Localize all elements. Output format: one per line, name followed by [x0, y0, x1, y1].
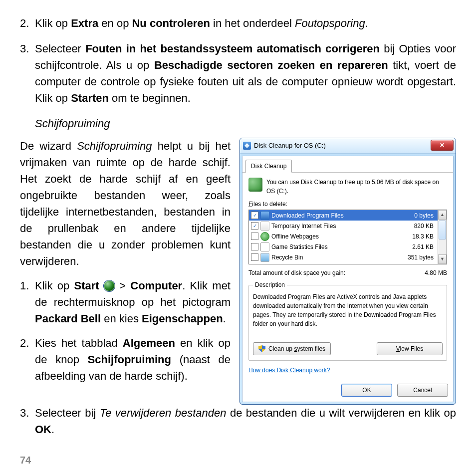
file-checkbox[interactable] [251, 233, 258, 240]
tab-disk-cleanup[interactable]: Disk Cleanup [245, 160, 292, 173]
file-checkbox[interactable] [251, 243, 258, 250]
cleanup-icon [248, 178, 262, 192]
scroll-thumb[interactable] [439, 221, 446, 239]
window-title: Disk Cleanup for OS (C:) [254, 141, 326, 151]
view-files-button[interactable]: View Files [377, 342, 443, 355]
file-type-icon [260, 242, 269, 251]
close-button[interactable]: ✕ [431, 140, 454, 151]
file-type-icon [260, 232, 269, 241]
file-size: 0 bytes [399, 211, 436, 220]
description-group: Description Downloaded Program Files are… [248, 280, 447, 361]
total-label: Total amount of disk space you gain: [248, 268, 425, 277]
file-row[interactable]: Temporary Internet Files820 KB [249, 221, 438, 231]
start-orb-icon [104, 280, 115, 291]
file-row[interactable]: Game Statistics Files2.61 KB [249, 241, 438, 252]
scroll-down-button[interactable]: ▼ [438, 254, 447, 264]
ok-button[interactable]: OK [341, 384, 392, 397]
files-to-delete-label: Files to delete: [248, 200, 447, 209]
file-size: 820 KB [399, 222, 436, 231]
file-size: 2.61 KB [399, 242, 436, 251]
sub-step-2: Kies het tabblad Algemeen en klik op de … [20, 335, 231, 384]
file-name: Game Statistics Files [271, 242, 397, 251]
file-name: Temporary Internet Files [271, 222, 397, 231]
app-icon [243, 142, 251, 150]
file-row[interactable]: Downloaded Program Files0 bytes [249, 210, 438, 221]
file-name: Downloaded Program Files [271, 211, 397, 220]
files-listbox[interactable]: Downloaded Program Files0 bytesTemporary… [248, 210, 447, 264]
disk-cleanup-dialog: Disk Cleanup for OS (C:) ✕ Disk Cleanup … [239, 138, 456, 405]
sub-step-3: Selecteer bij Te verwijderen bestanden d… [20, 405, 456, 438]
sub-step-1: Klik op Start > Computer. Klik met de re… [20, 277, 231, 327]
description-text: Downloaded Program Files are ActiveX con… [253, 292, 443, 328]
doc-step-3: Selecteer Fouten in het bestandssysteem … [20, 40, 456, 106]
doc-step-2: Klik op Extra en op Nu controleren in he… [20, 15, 456, 31]
subheading-schijfopruiming: Schijfopruiming [35, 115, 456, 132]
file-name: Offline Webpages [271, 232, 397, 241]
file-row[interactable]: Recycle Bin351 bytes [249, 252, 438, 262]
shield-icon [258, 345, 265, 352]
file-type-icon [260, 253, 269, 262]
file-name: Recycle Bin [271, 253, 397, 262]
file-checkbox[interactable] [251, 253, 258, 261]
help-link[interactable]: How does Disk Cleanup work? [248, 366, 330, 375]
titlebar[interactable]: Disk Cleanup for OS (C:) ✕ [240, 138, 456, 154]
file-size: 351 bytes [399, 253, 436, 262]
cancel-button[interactable]: Cancel [397, 384, 448, 397]
description-legend: Description [253, 280, 287, 289]
scroll-up-button[interactable]: ▲ [438, 210, 447, 220]
intro-text: You can use Disk Cleanup to free up to 5… [266, 178, 447, 196]
file-row[interactable]: Offline Webpages18.3 KB [249, 231, 438, 241]
file-size: 18.3 KB [399, 232, 436, 241]
file-checkbox[interactable] [251, 222, 258, 230]
intro-paragraph: De wizard Schijfopruiming helpt u bij he… [20, 138, 231, 269]
file-checkbox[interactable] [251, 212, 258, 219]
file-type-icon [260, 222, 269, 231]
total-value: 4.80 MB [425, 268, 447, 277]
scrollbar[interactable]: ▲ ▼ [438, 210, 447, 264]
cleanup-system-files-button[interactable]: Clean up system files [253, 342, 331, 355]
page-number: 74 [20, 455, 31, 466]
file-type-icon [260, 211, 269, 220]
